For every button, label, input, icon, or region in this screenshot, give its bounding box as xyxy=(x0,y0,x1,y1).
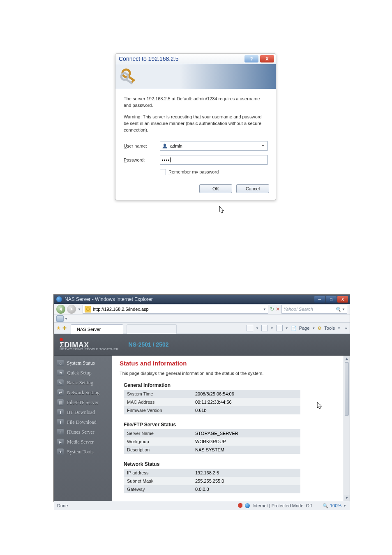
table-row: Subnet Mask255.255.255.0 xyxy=(124,477,300,485)
scroll-up-button[interactable]: ▲ xyxy=(344,356,350,361)
table-fileftp: Server NameSTORAGE_SERVER WorkgroupWORKG… xyxy=(124,429,300,454)
browser-titlebar: NAS Server - Windows Internet Explorer ─… xyxy=(54,295,350,304)
svg-point-5 xyxy=(164,143,166,146)
stop-button[interactable]: ✕ xyxy=(276,306,280,312)
globe-icon xyxy=(245,503,250,508)
section-general-title: General Information xyxy=(124,382,343,388)
wrench-icon: ✎ xyxy=(57,379,64,386)
password-input[interactable]: •••• xyxy=(160,155,267,165)
status-text: Done xyxy=(57,503,68,508)
status-icon: ☼ xyxy=(57,360,64,366)
zoom-dropdown-icon[interactable]: ▼ xyxy=(343,504,346,508)
add-favorites-icon[interactable]: ✚ xyxy=(62,325,67,331)
table-row: System Time2008/8/25 06:54:06 xyxy=(124,390,300,398)
table-row: WorkgroupWORKGROUP xyxy=(124,437,300,446)
cancel-button[interactable]: Cancel xyxy=(236,184,269,193)
print-button[interactable] xyxy=(276,325,283,331)
links-folder-icon[interactable] xyxy=(56,315,64,322)
remember-checkbox[interactable] xyxy=(160,169,166,175)
user-icon xyxy=(162,143,168,149)
dialog-banner xyxy=(115,64,276,89)
dropdown-icon[interactable] xyxy=(260,143,266,148)
table-row: Gateway0.0.0.0 xyxy=(124,485,300,493)
vertical-scrollbar[interactable]: ▲ ▼ xyxy=(344,356,350,501)
table-row: Server NameSTORAGE_SERVER xyxy=(124,429,300,437)
zoom-control[interactable]: 🔍 100% ▼ xyxy=(323,503,346,509)
search-dropdown-icon[interactable]: ▼ xyxy=(342,308,345,311)
back-button[interactable] xyxy=(56,305,65,314)
search-icon[interactable]: 🔍 xyxy=(335,307,341,312)
ftp-icon: ▤ xyxy=(57,399,64,406)
section-fileftp-title: File/FTP Server Status xyxy=(124,422,343,428)
section-network-title: Network Status xyxy=(124,461,343,467)
forward-button[interactable] xyxy=(67,305,76,314)
sidebar-item-quick-setup[interactable]: ⚑Quick Setup xyxy=(54,368,112,378)
links-bar: ▼ xyxy=(54,315,350,323)
tools-menu-icon: ⚙ xyxy=(318,326,322,331)
sidebar-item-network-setting[interactable]: ⇄Network Setting xyxy=(54,388,112,398)
feeds-button[interactable] xyxy=(261,325,268,331)
table-general: System Time2008/8/25 06:54:06 MAC Addres… xyxy=(124,390,300,414)
scroll-thumb[interactable] xyxy=(345,362,349,416)
refresh-button[interactable]: ↻ xyxy=(270,306,274,312)
close-button[interactable]: X xyxy=(260,55,274,62)
sidebar-item-media-server[interactable]: ►Media Server xyxy=(54,437,112,447)
security-zone-text: Internet | Protected Mode: Off xyxy=(252,503,312,508)
new-tab-button[interactable] xyxy=(127,324,177,334)
sidebar-item-file-ftp-server[interactable]: ▤File/FTP Server xyxy=(54,398,112,407)
address-field[interactable]: http://192.168.2.5/index.asp ▼ xyxy=(83,305,268,314)
sidebar-item-file-download[interactable]: ⬇File Download xyxy=(54,417,112,427)
links-dropdown-icon[interactable]: ▼ xyxy=(65,317,68,321)
tab-bar: ★ ✚ NAS Server ▼ ▼ ▼ 📄 Page▼ ⚙ Tools▼ » xyxy=(54,323,350,334)
home-button[interactable] xyxy=(247,325,253,331)
download-icon: ⬇ xyxy=(57,419,64,426)
sidebar-item-system-tools[interactable]: ✦System Tools xyxy=(54,447,112,457)
favicon-icon xyxy=(85,306,91,312)
zoom-icon: 🔍 xyxy=(323,503,328,509)
network-icon: ⇄ xyxy=(57,389,64,396)
sidebar-item-itunes-server[interactable]: ♪iTunes Server xyxy=(54,427,112,437)
tools-menu[interactable]: Tools xyxy=(324,326,335,331)
sidebar: ☼System Status ⚑Quick Setup ✎Basic Setti… xyxy=(54,356,112,501)
table-row: DescriptionNAS SYSTEM xyxy=(124,446,300,454)
status-bar: Done Internet | Protected Mode: Off 🔍 10… xyxy=(54,501,350,510)
tools-icon: ✦ xyxy=(57,449,64,455)
search-placeholder: Yahoo! Search xyxy=(284,307,313,312)
page-description: This page displays the general informati… xyxy=(120,371,343,376)
username-combo[interactable]: admin xyxy=(160,141,267,151)
table-network: IP address192.168.2.5 Subnet Mask255.255… xyxy=(124,469,300,493)
main-panel: Status and Information This page display… xyxy=(112,356,350,501)
ok-button[interactable]: OK xyxy=(199,184,232,193)
mouse-cursor-icon xyxy=(317,402,323,409)
browser-title: NAS Server - Windows Internet Explorer xyxy=(65,296,153,302)
sidebar-item-basic-setting[interactable]: ✎Basic Setting xyxy=(54,378,112,388)
maximize-button[interactable]: □ xyxy=(326,296,337,303)
tab-nas-server[interactable]: NAS Server xyxy=(71,324,123,334)
tab-label: NAS Server xyxy=(77,327,101,332)
dialog-message-1: The server 192.168.2.5 at Default: admin… xyxy=(124,96,267,109)
url-text: http://192.168.2.5/index.asp xyxy=(93,307,149,312)
nav-dropdown-icon[interactable]: ▼ xyxy=(78,308,81,311)
favorites-star-icon[interactable]: ★ xyxy=(56,325,61,331)
shield-icon xyxy=(238,503,242,509)
setup-icon: ⚑ xyxy=(57,370,64,376)
sidebar-item-system-status[interactable]: ☼System Status xyxy=(54,358,112,368)
app-header: ΣDIMAX NETWORKING PEOPLE TOGETHER NS-250… xyxy=(54,334,350,356)
address-dropdown-icon[interactable]: ▼ xyxy=(263,308,266,311)
keys-icon xyxy=(120,67,138,86)
window-close-button[interactable]: X xyxy=(337,296,348,303)
sidebar-item-bt-download[interactable]: ⬇BT Download xyxy=(54,407,112,417)
page-menu[interactable]: Page xyxy=(299,326,310,331)
minimize-button[interactable]: ─ xyxy=(314,296,325,303)
dialog-message-2: Warning: This server is requesting that … xyxy=(124,114,267,134)
page-menu-icon: 📄 xyxy=(291,326,297,331)
table-row: IP address192.168.2.5 xyxy=(124,469,300,477)
mouse-cursor-icon xyxy=(219,206,225,213)
dialog-titlebar: Connect to 192.168.2.5 ? X xyxy=(115,54,276,64)
help-button[interactable]: ? xyxy=(244,55,258,62)
search-field[interactable]: Yahoo! Search 🔍 ▼ xyxy=(281,305,347,314)
remember-password-row[interactable]: Remember my password xyxy=(160,169,267,175)
scroll-down-button[interactable]: ▼ xyxy=(344,495,350,501)
table-row: Firmware Version0.61b xyxy=(124,406,300,414)
browser-window: NAS Server - Windows Internet Explorer ─… xyxy=(53,294,350,502)
